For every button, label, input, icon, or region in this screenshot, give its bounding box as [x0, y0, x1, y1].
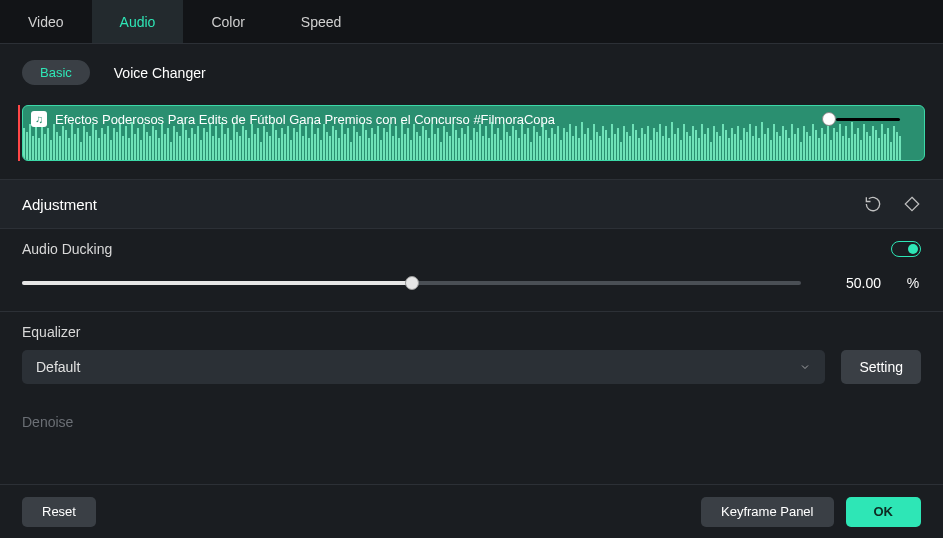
subtab-basic[interactable]: Basic — [22, 60, 90, 85]
svg-rect-159 — [500, 140, 502, 160]
svg-rect-278 — [857, 128, 859, 160]
svg-rect-69 — [230, 140, 232, 160]
svg-rect-121 — [386, 132, 388, 160]
audio-ducking-toggle[interactable] — [891, 241, 921, 257]
tab-video[interactable]: Video — [0, 0, 92, 43]
tab-color[interactable]: Color — [183, 0, 272, 43]
audio-ducking-value[interactable]: 50.00 — [825, 275, 881, 291]
svg-rect-163 — [512, 126, 514, 160]
svg-rect-124 — [395, 126, 397, 160]
svg-rect-35 — [128, 138, 130, 160]
audio-ducking-slider[interactable] — [22, 281, 801, 285]
svg-rect-105 — [338, 138, 340, 160]
clip-volume-handle[interactable] — [822, 112, 900, 126]
music-note-icon: ♫ — [31, 111, 47, 127]
svg-rect-179 — [560, 140, 562, 160]
svg-rect-287 — [884, 134, 886, 160]
svg-rect-92 — [299, 124, 301, 160]
equalizer-selected-value: Default — [36, 359, 80, 375]
svg-rect-83 — [272, 124, 274, 160]
svg-rect-64 — [215, 126, 217, 160]
svg-rect-150 — [473, 128, 475, 160]
svg-rect-71 — [236, 132, 238, 160]
svg-rect-127 — [404, 134, 406, 160]
svg-rect-3 — [32, 136, 34, 160]
svg-rect-119 — [380, 140, 382, 160]
svg-rect-290 — [893, 126, 895, 160]
svg-rect-78 — [257, 128, 259, 160]
svg-rect-106 — [341, 124, 343, 160]
svg-rect-265 — [818, 138, 820, 160]
svg-rect-129 — [410, 140, 412, 160]
svg-rect-145 — [458, 138, 460, 160]
svg-rect-20 — [83, 126, 85, 160]
svg-rect-142 — [449, 136, 451, 160]
handle-dot-icon — [822, 112, 836, 126]
svg-rect-14 — [65, 130, 67, 160]
reset-button[interactable]: Reset — [22, 497, 96, 527]
audio-clip[interactable]: ♫ Efectos Poderosos Para Edits de Fútbol… — [22, 105, 925, 161]
svg-rect-101 — [326, 132, 328, 160]
svg-rect-39 — [140, 140, 142, 160]
equalizer-select[interactable]: Default — [22, 350, 825, 384]
tab-audio[interactable]: Audio — [92, 0, 184, 43]
reset-icon[interactable] — [863, 194, 883, 214]
svg-rect-80 — [263, 126, 265, 160]
svg-rect-21 — [86, 132, 88, 160]
svg-rect-189 — [590, 140, 592, 160]
svg-rect-86 — [281, 128, 283, 160]
svg-rect-160 — [503, 124, 505, 160]
svg-rect-43 — [152, 126, 154, 160]
svg-rect-264 — [815, 130, 817, 160]
row-audio-ducking: Audio Ducking 50.00 % — [0, 228, 943, 311]
svg-rect-143 — [452, 124, 454, 160]
keyframe-diamond-icon[interactable] — [903, 195, 921, 213]
svg-rect-61 — [206, 132, 208, 160]
svg-rect-103 — [332, 126, 334, 160]
svg-rect-188 — [587, 128, 589, 160]
svg-rect-84 — [275, 130, 277, 160]
svg-rect-154 — [485, 126, 487, 160]
svg-rect-167 — [524, 134, 526, 160]
svg-rect-18 — [77, 128, 79, 160]
svg-rect-185 — [578, 138, 580, 160]
svg-rect-118 — [377, 126, 379, 160]
svg-rect-73 — [242, 126, 244, 160]
svg-rect-90 — [293, 128, 295, 160]
svg-rect-141 — [446, 132, 448, 160]
svg-rect-255 — [788, 138, 790, 160]
svg-rect-186 — [581, 122, 583, 160]
svg-rect-241 — [746, 132, 748, 160]
svg-rect-199 — [620, 142, 622, 160]
svg-rect-75 — [248, 138, 250, 160]
svg-rect-292 — [899, 136, 901, 160]
equalizer-setting-button[interactable]: Setting — [841, 350, 921, 384]
svg-rect-77 — [254, 134, 256, 160]
svg-rect-213 — [662, 136, 664, 160]
svg-rect-289 — [890, 142, 892, 160]
svg-rect-250 — [773, 124, 775, 160]
svg-rect-146 — [461, 128, 463, 160]
svg-rect-242 — [749, 124, 751, 160]
svg-rect-133 — [422, 126, 424, 160]
svg-rect-57 — [194, 134, 196, 160]
svg-rect-63 — [212, 136, 214, 160]
clip-title: Efectos Poderosos Para Edits de Fútbol G… — [55, 112, 555, 127]
svg-rect-227 — [704, 134, 706, 160]
svg-rect-172 — [539, 136, 541, 160]
svg-rect-198 — [617, 128, 619, 160]
svg-rect-200 — [623, 126, 625, 160]
ok-button[interactable]: OK — [846, 497, 922, 527]
subtab-voice-changer[interactable]: Voice Changer — [114, 65, 206, 81]
svg-rect-173 — [542, 124, 544, 160]
svg-rect-22 — [89, 136, 91, 160]
svg-rect-236 — [731, 128, 733, 160]
svg-rect-144 — [455, 130, 457, 160]
svg-rect-247 — [764, 134, 766, 160]
keyframe-panel-button[interactable]: Keyframe Panel — [701, 497, 834, 527]
svg-rect-51 — [176, 132, 178, 160]
tab-speed[interactable]: Speed — [273, 0, 369, 43]
svg-rect-50 — [173, 126, 175, 160]
svg-rect-41 — [146, 132, 148, 160]
svg-rect-221 — [686, 132, 688, 160]
